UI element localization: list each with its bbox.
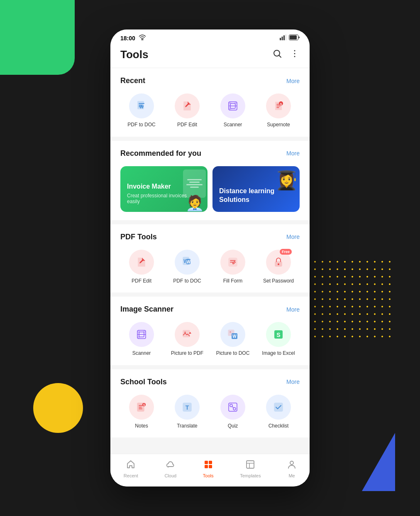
picture-pdf-item[interactable]: Picture to PDF xyxy=(166,322,208,357)
status-bar: 18:00 xyxy=(110,29,310,45)
recent-section: Recent More W PDF to DOC xyxy=(110,68,310,137)
image-excel-item[interactable]: S Image to Excel xyxy=(257,322,300,357)
scanner2-item[interactable]: Scanner xyxy=(120,322,163,357)
svg-text:S: S xyxy=(276,332,280,338)
header-actions xyxy=(272,49,300,61)
pdf-edit-label: PDF Edit xyxy=(177,122,197,128)
nav-tools[interactable]: Tools xyxy=(196,458,220,480)
scanner2-label: Scanner xyxy=(132,350,151,357)
school-item-1[interactable]: S Notes xyxy=(120,395,163,430)
svg-rect-52 xyxy=(209,461,212,464)
svg-text:T: T xyxy=(186,404,189,411)
school-tools-more[interactable]: More xyxy=(286,378,300,385)
image-excel-icon: S xyxy=(266,322,291,347)
nav-cloud[interactable]: Cloud xyxy=(158,458,183,480)
svg-rect-16 xyxy=(234,102,237,104)
image-scanner-grid: Scanner Picture to PDF xyxy=(120,322,300,357)
svg-text:W: W xyxy=(232,334,237,339)
recent-grid: W PDF to DOC PDF Edit xyxy=(120,93,300,128)
pdf-doc2-icon: W W xyxy=(175,250,200,275)
home-icon xyxy=(126,460,135,472)
svg-text:W: W xyxy=(139,105,144,109)
svg-text:W: W xyxy=(186,260,190,264)
picture-doc-label: Picture to DOC xyxy=(216,350,250,357)
scanner-icon-wrapper xyxy=(220,93,245,118)
wifi-icon xyxy=(139,34,146,42)
bottom-navigation: Recent Cloud Tools xyxy=(110,454,310,487)
recommended-more[interactable]: More xyxy=(286,150,300,157)
school-item-3[interactable]: Quiz xyxy=(212,395,254,430)
nav-cloud-label: Cloud xyxy=(164,473,176,478)
nav-recent-label: Recent xyxy=(124,473,138,478)
pdf-tools-header: PDF Tools More xyxy=(120,233,300,241)
svg-rect-15 xyxy=(229,102,231,104)
image-scanner-section: Image Scanner More S xyxy=(110,297,310,365)
svg-rect-5 xyxy=(290,35,297,39)
recent-item-scanner[interactable]: Scanner xyxy=(212,93,254,128)
image-scanner-more[interactable]: More xyxy=(286,306,300,313)
svg-point-47 xyxy=(230,404,232,407)
svg-rect-54 xyxy=(209,465,212,468)
distance-learning-card[interactable]: 👩‍🎓 Distance learning Solutions xyxy=(212,166,300,212)
school-tools-header: School Tools More xyxy=(120,378,300,386)
recent-more[interactable]: More xyxy=(286,78,300,84)
pdf-tools-password[interactable]: Free Set Password xyxy=(257,250,300,285)
bg-green-decoration xyxy=(0,0,75,75)
status-time: 18:00 xyxy=(120,35,135,42)
cloud-icon xyxy=(166,460,175,472)
svg-rect-32 xyxy=(138,336,140,338)
school-icon-3 xyxy=(220,395,245,420)
svg-text:S: S xyxy=(280,102,282,106)
school-label-4: Checklist xyxy=(269,423,289,430)
picture-doc-item[interactable]: W Picture to DOC xyxy=(212,322,254,357)
picture-doc-icon: W xyxy=(220,322,245,347)
pdf-edit2-icon xyxy=(129,250,154,275)
battery-icon xyxy=(289,34,300,42)
recommend-cards: Invoice Maker Creat professional invoice… xyxy=(120,166,300,212)
svg-rect-30 xyxy=(138,331,140,333)
svg-rect-53 xyxy=(205,465,208,468)
recent-item-pdf-edit[interactable]: PDF Edit xyxy=(166,93,208,128)
pdf-tools-doc[interactable]: W W PDF to DOC xyxy=(166,250,208,285)
image-scanner-header: Image Scanner More xyxy=(120,305,300,314)
svg-rect-31 xyxy=(143,331,145,333)
svg-text:S: S xyxy=(143,403,145,406)
pdf-tools-edit[interactable]: PDF Edit xyxy=(120,250,163,285)
svg-point-7 xyxy=(294,50,295,51)
nav-templates[interactable]: Templates xyxy=(233,458,267,480)
main-content: Recent More W PDF to DOC xyxy=(110,68,310,475)
recent-item-supernote[interactable]: S Supernote xyxy=(257,93,300,128)
invoice-maker-card[interactable]: Invoice Maker Creat professional invoice… xyxy=(120,166,208,212)
svg-rect-17 xyxy=(229,108,231,110)
svg-rect-51 xyxy=(205,461,208,464)
pdf-edit-icon-wrapper xyxy=(175,93,200,118)
pdf-edit2-label: PDF Edit xyxy=(132,278,151,285)
pdf-tools-more[interactable]: More xyxy=(286,233,300,240)
invoice-title: Invoice Maker xyxy=(127,182,201,191)
picture-pdf-icon xyxy=(175,322,200,347)
school-icon-2: T xyxy=(175,395,200,420)
image-excel-label: Image to Excel xyxy=(262,350,295,357)
scanner2-icon xyxy=(129,322,154,347)
svg-rect-55 xyxy=(247,461,254,468)
svg-point-58 xyxy=(290,461,293,464)
nav-me[interactable]: Me xyxy=(281,458,303,480)
school-label-2: Translate xyxy=(177,423,198,430)
svg-point-26 xyxy=(278,263,279,265)
phone-frame: 18:00 xyxy=(110,29,310,487)
pdf-tools-fill[interactable]: Fill Form xyxy=(212,250,254,285)
recent-title: Recent xyxy=(120,76,145,85)
svg-rect-2 xyxy=(283,35,285,40)
nav-templates-label: Templates xyxy=(240,473,261,478)
set-password-label: Set Password xyxy=(263,278,294,285)
more-options-icon[interactable] xyxy=(290,49,300,61)
school-label-3: Quiz xyxy=(228,423,238,430)
school-item-4[interactable]: Checklist xyxy=(257,395,300,430)
search-icon[interactable] xyxy=(272,49,282,61)
recent-item-pdf-doc[interactable]: W PDF to DOC xyxy=(120,93,163,128)
fill-form-icon xyxy=(220,250,245,275)
school-item-2[interactable]: T Translate xyxy=(166,395,208,430)
recommended-section: Recommended for you More Invoice Make xyxy=(110,141,310,220)
bg-blue-triangle xyxy=(362,433,395,491)
nav-recent[interactable]: Recent xyxy=(117,458,145,480)
